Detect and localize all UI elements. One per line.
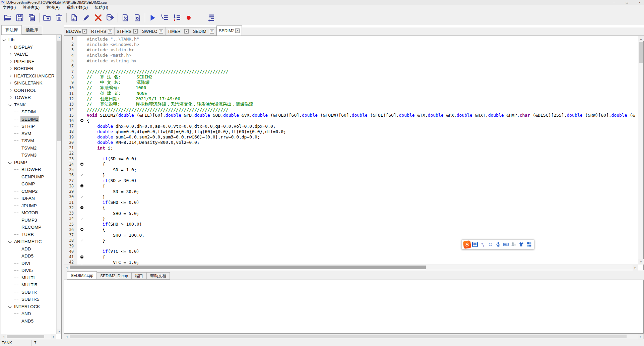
tree-item-multi5[interactable]: MULTI5 [1, 281, 56, 289]
chevron-right-icon[interactable] [8, 60, 12, 63]
scroll-down-arrow[interactable]: ▼ [638, 259, 644, 265]
code-line-5[interactable]: 5#include <string.h> [64, 58, 638, 63]
chevron-right-icon[interactable] [8, 96, 12, 99]
tree-item-cenpump[interactable]: CENPUMP [1, 173, 56, 181]
code-line-18[interactable]: 18 double qhm=0.0,dfq=0.0,flw[60]={0.0},… [64, 129, 638, 134]
code-line-9[interactable]: 9// 中 文 名: 沉降罐 [64, 80, 638, 85]
code-line-32[interactable]: 32 { [64, 205, 638, 211]
scroll-right-arrow[interactable]: ► [51, 334, 56, 339]
trash-button[interactable] [53, 12, 65, 23]
chevron-down-icon[interactable] [8, 240, 12, 243]
collapse-icon[interactable] [80, 228, 83, 231]
new-file-button[interactable] [68, 12, 80, 23]
tree-item-arithmetic[interactable]: ARITHMETIC [1, 238, 56, 245]
tree-item-add[interactable]: ADD [1, 245, 56, 253]
code-line-30[interactable]: 30 } [64, 194, 638, 199]
save-button[interactable] [14, 12, 26, 23]
code-line-19[interactable]: 19 double sum1=0.0,sum2=0.0,sum3=0.0,rw[… [64, 134, 638, 140]
scroll-left-arrow[interactable]: ◄ [64, 265, 69, 270]
close-tab-icon[interactable]: x [235, 28, 240, 33]
file-settings-button[interactable] [131, 12, 143, 23]
code-line-40[interactable]: 40 if(VTC <= 0.0) [64, 249, 638, 254]
code-line-21[interactable]: 21 int i; [64, 145, 638, 151]
code-line-41[interactable]: 41 { [64, 254, 638, 260]
tree-item-sedim[interactable]: SEDIM [1, 108, 56, 116]
tree-item-subtr[interactable]: SUBTR [1, 289, 56, 296]
tree-item-sedim2[interactable]: SEDIM2 [1, 116, 56, 123]
editor-tab-sedim[interactable]: SEDIMx [191, 27, 216, 36]
output-horizontal-scrollbar[interactable]: ◄ ► [64, 334, 644, 339]
close-tab-icon[interactable]: x [184, 29, 189, 34]
editor-tab-swhlo[interactable]: SWHLOx [140, 27, 166, 36]
code-line-7[interactable]: 7///////////////////////////////////////… [64, 69, 638, 74]
document-tab-端口[interactable]: 端口 [132, 272, 147, 280]
fold-marker[interactable] [77, 216, 87, 221]
code-line-31[interactable]: 31 if(SHO <= 0.0) [64, 200, 638, 205]
code-line-26[interactable]: 26 } [64, 172, 638, 178]
code-line-29[interactable]: 29 SD = 30.0; [64, 189, 638, 194]
chevron-right-icon[interactable] [8, 67, 12, 70]
code-line-8[interactable]: 8// 算 法 名: SEDIM2 [64, 74, 638, 80]
file-tools-button[interactable] [119, 12, 131, 23]
fold-marker[interactable] [77, 205, 87, 211]
code-viewport[interactable]: 1#include "..\TANK.h"2#include <windows.… [64, 36, 638, 265]
code-line-34[interactable]: 34 } [64, 216, 638, 221]
scroll-up-arrow[interactable]: ▲ [638, 36, 644, 41]
menu-item-5[interactable]: 帮助(H) [94, 5, 108, 10]
tree-item-interlock[interactable]: INTERLOCK [1, 303, 56, 310]
code-line-38[interactable]: 38 } [64, 238, 638, 243]
toolbox-button[interactable] [526, 240, 532, 248]
code-line-22[interactable]: 22 [64, 151, 638, 156]
chevron-down-icon[interactable] [8, 305, 12, 308]
code-line-23[interactable]: 23 if(SD <= 0.0) [64, 156, 638, 162]
chevron-right-icon[interactable] [8, 81, 12, 85]
run-button[interactable] [146, 12, 158, 23]
code-line-37[interactable]: 37 SHO = 100.0; [64, 232, 638, 238]
tree-vertical-scrollbar[interactable]: ▲ ▼ [56, 35, 61, 334]
code-line-42[interactable]: 42 VTC = 1.0; [64, 260, 638, 265]
fold-marker[interactable] [77, 238, 87, 243]
tree-item-pipeline[interactable]: PIPELINE [1, 58, 56, 65]
document-tab-帮助文档[interactable]: 帮助文档 [147, 272, 170, 280]
scrollbar-thumb[interactable] [639, 42, 643, 63]
tree-item-and[interactable]: AND [1, 310, 56, 318]
chinese-mode-button[interactable]: 中 [472, 240, 478, 248]
chevron-right-icon[interactable] [8, 53, 12, 56]
chevron-right-icon[interactable] [8, 89, 12, 92]
fold-marker[interactable] [77, 194, 87, 199]
tree-item-tank[interactable]: TANK [1, 101, 56, 109]
close-button[interactable]: × [637, 1, 642, 4]
fold-marker[interactable] [77, 118, 87, 123]
editor-tab-stfirst[interactable]: STFIRSTx [115, 27, 140, 36]
sogou-logo[interactable]: S [463, 240, 471, 248]
code-line-28[interactable]: 28 { [64, 183, 638, 189]
code-line-3[interactable]: 3#include <stdio.h> [64, 47, 638, 53]
tree-item-singletank[interactable]: SINGLETANK [1, 79, 56, 87]
close-tab-icon[interactable]: x [82, 29, 87, 34]
editor-tab-timer[interactable]: TIMERx [166, 27, 191, 36]
tree-item-blower[interactable]: BLOWER [1, 166, 56, 173]
tree-item-tsvm[interactable]: TSVM [1, 137, 56, 145]
tree-item-valve[interactable]: VALVE [1, 51, 56, 58]
editor-tab-rtfirst[interactable]: RTFIRSTx [89, 27, 115, 36]
code-line-4[interactable]: 4#include <math.h> [64, 53, 638, 58]
scrollbar-thumb[interactable] [7, 335, 44, 338]
code-line-14[interactable]: 14//////////////////////////////////////… [64, 107, 638, 112]
tree-item-control[interactable]: CONTROL [1, 87, 56, 94]
record-button[interactable] [183, 12, 195, 23]
tree-item-subtr5[interactable]: SUBTR5 [1, 296, 56, 303]
tree-item-heatexchanger[interactable]: HEATEXCHANGER [1, 72, 56, 80]
menu-item-2[interactable]: 算法库(L) [22, 5, 40, 10]
skin-button[interactable] [518, 240, 525, 248]
mic-button[interactable] [495, 240, 502, 248]
tree-horizontal-scrollbar[interactable]: ◄ ► [1, 334, 56, 339]
collapse-icon[interactable] [80, 184, 83, 187]
scrollbar-thumb[interactable] [70, 335, 627, 338]
fold-marker[interactable] [77, 183, 87, 189]
code-line-15[interactable]: 15void SEDIM2(double (&FIL)[60],double &… [64, 113, 638, 118]
collapse-icon[interactable] [80, 206, 83, 209]
tree-item-multi[interactable]: MULTI [1, 274, 56, 282]
step-over-button[interactable] [171, 12, 183, 23]
minimize-button[interactable]: – [612, 1, 617, 4]
code-line-27[interactable]: 27 if(SD > 30.0) [64, 178, 638, 183]
